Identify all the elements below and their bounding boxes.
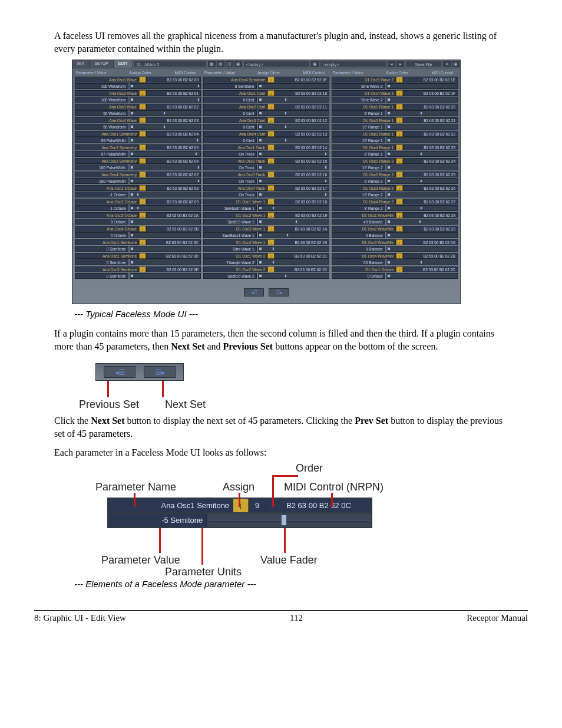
value-fader[interactable] <box>258 232 329 238</box>
assign-button[interactable]: ↓ <box>139 158 146 164</box>
assign-button[interactable]: ↓ <box>267 90 275 96</box>
value-fader[interactable] <box>258 219 329 225</box>
value-fader[interactable] <box>386 124 458 130</box>
factory-field[interactable]: <factory> <box>244 61 309 67</box>
top-icon-6[interactable]: ▣ <box>452 61 459 67</box>
value-fader[interactable] <box>386 205 458 211</box>
value-fader[interactable] <box>130 124 201 130</box>
assign-button[interactable]: ↓ <box>267 117 275 123</box>
value-fader[interactable] <box>386 164 458 170</box>
value-fader[interactable] <box>130 110 201 116</box>
value-fader[interactable] <box>386 151 458 157</box>
value-fader[interactable] <box>130 192 201 197</box>
assign-button[interactable]: ↓ <box>267 226 275 232</box>
value-fader[interactable] <box>258 192 329 197</box>
assign-button[interactable]: ↓ <box>267 77 275 83</box>
assign-button[interactable]: ↓ <box>396 226 403 232</box>
top-icon-5[interactable]: ▣ <box>311 61 319 67</box>
value-fader[interactable] <box>130 259 201 265</box>
assign-button[interactable]: ↓ <box>267 212 275 218</box>
value-fader[interactable] <box>258 164 329 170</box>
top-icon-4[interactable]: ▣ <box>234 61 242 67</box>
assign-button[interactable]: ↓ <box>267 266 275 272</box>
value-fader[interactable] <box>386 97 458 103</box>
assign-button[interactable]: ↓ <box>139 104 146 110</box>
top-icon-1[interactable]: ▦ <box>208 61 216 67</box>
assign-button[interactable]: ↓ <box>139 266 146 272</box>
assign-button[interactable]: ↓ <box>396 253 403 259</box>
assign-button[interactable]: ↓ <box>267 158 275 164</box>
prev-set-button[interactable]: ◂☰ <box>244 288 264 297</box>
assign-button[interactable]: ↓ <box>396 172 403 177</box>
assign-button[interactable]: ↓ <box>139 226 146 232</box>
assign-button[interactable]: ↓ <box>139 131 146 137</box>
value-fader[interactable] <box>130 232 201 238</box>
tab-setup[interactable]: SETUP <box>90 60 113 68</box>
assign-button[interactable]: ↓ <box>139 253 146 259</box>
value-fader[interactable] <box>258 246 329 252</box>
assign-button[interactable]: ↓ <box>396 131 403 137</box>
value-fader[interactable] <box>386 246 458 252</box>
assign-button[interactable]: ↓ <box>396 199 403 205</box>
value-fader[interactable] <box>386 273 458 279</box>
assign-button[interactable]: ↓ <box>396 77 403 83</box>
assign-button[interactable]: ↓ <box>396 266 403 272</box>
value-fader[interactable] <box>130 178 201 184</box>
value-fader[interactable] <box>258 124 329 130</box>
savefile-button[interactable]: Save/File <box>406 61 441 67</box>
assign-button[interactable]: ↓ <box>139 77 146 83</box>
assign-button[interactable]: ↓ <box>139 199 146 205</box>
value-fader[interactable] <box>258 151 329 157</box>
top-icon-3[interactable]: ◫ <box>226 61 233 67</box>
value-fader[interactable] <box>130 273 201 279</box>
assign-button[interactable]: ↓ <box>267 172 275 177</box>
tab-edit[interactable]: EDIT <box>114 60 133 68</box>
assign-button[interactable]: ↓ <box>396 117 403 123</box>
value-fader[interactable] <box>386 83 458 89</box>
value-fader[interactable] <box>386 137 458 143</box>
value-fader[interactable] <box>130 83 201 89</box>
value-fader[interactable] <box>130 137 201 143</box>
close-icon[interactable]: ✕ <box>443 61 451 67</box>
title-field[interactable]: 31 : Albino 2 <box>134 61 206 67</box>
value-fader[interactable] <box>258 137 329 143</box>
value-fader[interactable] <box>258 205 329 211</box>
assign-button[interactable]: ↓ <box>139 239 146 245</box>
value-fader[interactable] <box>386 192 458 197</box>
assign-button[interactable]: ↓ <box>139 212 146 218</box>
assign-button[interactable]: ↓ <box>139 90 146 96</box>
value-fader[interactable] <box>386 110 458 116</box>
assign-button[interactable]: ↓ <box>139 144 146 150</box>
value-fader[interactable] <box>130 164 201 170</box>
assign-button[interactable]: ↓ <box>396 144 403 150</box>
value-fader[interactable] <box>386 259 458 265</box>
next-set-button[interactable]: ☰▸ <box>269 288 289 297</box>
assign-button[interactable]: ↓ <box>139 185 146 191</box>
assign-button[interactable]: ↓ <box>139 117 146 123</box>
elem-assign-button[interactable]: ↓ <box>233 499 249 512</box>
prev-set-btn-fig[interactable]: ◂☰ <box>104 366 135 378</box>
next-arrow-icon[interactable]: ▸ <box>396 61 404 67</box>
value-fader[interactable] <box>130 246 201 252</box>
value-fader[interactable] <box>130 205 201 211</box>
assign-button[interactable]: ↓ <box>267 185 275 191</box>
next-set-btn-fig[interactable]: ☰▸ <box>144 366 176 378</box>
assign-button[interactable]: ↓ <box>267 199 275 205</box>
assign-button[interactable]: ↓ <box>267 253 275 259</box>
value-fader[interactable] <box>130 151 201 157</box>
assign-button[interactable]: ↓ <box>267 144 275 150</box>
assign-button[interactable]: ↓ <box>267 104 275 110</box>
value-fader[interactable] <box>386 178 458 184</box>
assign-button[interactable]: ↓ <box>396 158 403 164</box>
value-fader[interactable] <box>258 83 329 89</box>
tab-mix[interactable]: MIX <box>72 60 90 68</box>
value-fader[interactable] <box>258 259 329 265</box>
top-icon-2[interactable]: ▤ <box>217 61 224 67</box>
value-fader[interactable] <box>258 273 329 279</box>
assign-button[interactable]: ↓ <box>396 104 403 110</box>
assign-button[interactable]: ↓ <box>267 131 275 137</box>
value-fader[interactable] <box>258 97 329 103</box>
assign-button[interactable]: ↓ <box>396 212 403 218</box>
elem-value-fader[interactable] <box>207 513 371 527</box>
value-fader[interactable] <box>130 219 201 225</box>
